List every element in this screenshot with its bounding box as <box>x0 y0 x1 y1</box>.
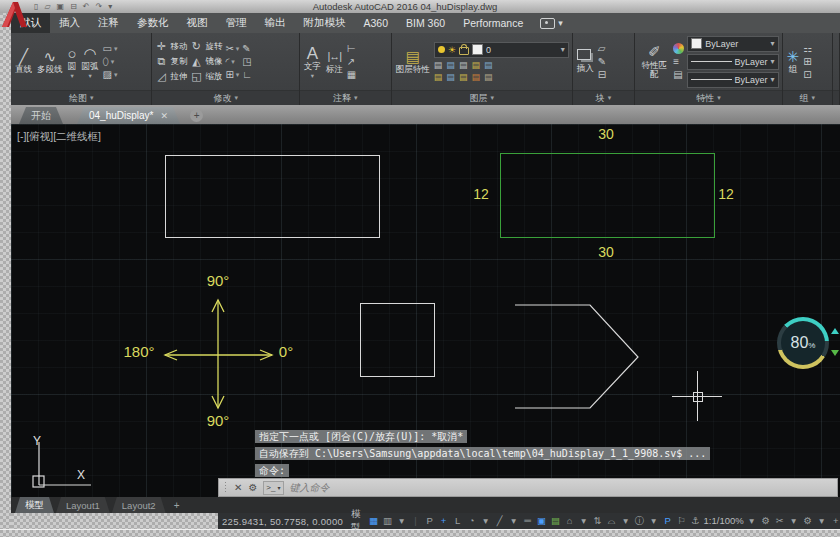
layout-tab[interactable]: 模型 <box>15 497 54 513</box>
status-icon-workspace[interactable]: ⚙ <box>759 514 773 528</box>
close-tab-icon[interactable]: ✕ <box>161 111 169 121</box>
panel-label-modify[interactable]: 修改▾ <box>152 90 298 105</box>
status-icon-cleanscreen[interactable]: ✂ <box>773 514 787 528</box>
command-input[interactable]: 键入命令 <box>290 481 330 495</box>
group-small-button-group-select[interactable]: ⊡ <box>803 69 812 80</box>
qat-icon-open[interactable]: ▱ <box>44 2 50 12</box>
qat-icon-save[interactable]: ▣ <box>57 2 65 12</box>
status-icon-selection-cycling[interactable]: ▤ <box>549 514 563 528</box>
panel-label-group[interactable]: 组▾ <box>783 90 832 105</box>
modify-button-copy[interactable]: ⧉复制 <box>155 55 187 68</box>
ribbon-tab[interactable]: A360 <box>355 13 398 33</box>
status-icon-ortho-mode[interactable]: L <box>451 514 465 528</box>
status-icon-annotation-monitor[interactable]: ⚐ <box>675 514 689 528</box>
ribbon-tab[interactable]: 插入 <box>50 13 89 33</box>
ribbon-tab[interactable]: 输出 <box>256 13 295 33</box>
layer-dropdown[interactable]: ☀ 0 ▾ <box>434 42 569 58</box>
object-color-dropdown[interactable]: ByLayer ▾ <box>687 36 778 52</box>
file-tab-document[interactable]: 04_huDisplay* ✕ <box>77 107 180 124</box>
viewport-controls[interactable]: [-][俯视][二维线框] <box>17 130 101 144</box>
modify-small-button-fillet[interactable]: ◜▾ <box>225 56 239 67</box>
status-icon-isometric-drafting[interactable]: ╱ <box>493 514 507 528</box>
drawing-canvas[interactable]: [-][俯视][二维线框] 30 12 12 30 90° 90° 180° 0… <box>11 124 840 497</box>
status-icon-info-dropdown[interactable]: ▾ <box>647 514 661 528</box>
match-properties-button[interactable]: ✐ 特性匹配 <box>638 44 670 80</box>
text-button[interactable]: A 文字 ▾ <box>303 45 322 77</box>
ribbon-tab[interactable]: 附加模块 <box>295 13 355 33</box>
status-icon-3d-osnap[interactable]: ⌂ <box>563 514 577 528</box>
qat-icon-new[interactable]: ▯ <box>34 2 38 12</box>
layer-tool-unisolate[interactable]: ▤ <box>446 73 455 82</box>
layer-tool-make-current[interactable]: ▤ <box>484 61 493 70</box>
badge-up-arrow-icon[interactable] <box>831 328 839 334</box>
status-icon-units[interactable]: ⚓ <box>689 514 703 528</box>
autocad-logo-icon[interactable] <box>1 0 28 29</box>
panel-label-annotate[interactable]: 注释▾ <box>300 90 391 105</box>
status-icon-quick-properties[interactable]: P <box>661 514 675 528</box>
modify-extra-button-offset[interactable]: ∟ <box>242 69 252 80</box>
badge-down-arrow-icon[interactable] <box>831 350 839 356</box>
status-icon-iso-dropdown[interactable]: ▾ <box>507 514 521 528</box>
modify-button-stretch[interactable]: ◿拉伸 <box>155 70 187 83</box>
layer-tool-freeze[interactable]: ▤ <box>459 61 468 70</box>
status-icon-osnap-dropdown[interactable]: ▾ <box>577 514 591 528</box>
customize-command-icon[interactable]: ⚙ <box>248 483 257 493</box>
status-icon-dynamic-input[interactable]: + <box>437 514 451 528</box>
ribbon-tab[interactable]: 管理 <box>217 13 256 33</box>
panel-label-block[interactable]: 块▾ <box>573 90 634 105</box>
panel-label-layers[interactable]: 图层▾ <box>392 90 572 105</box>
layout-tab[interactable]: Layout1 <box>56 497 110 513</box>
panel-label-draw[interactable]: 绘图▾ <box>11 90 151 105</box>
close-command-icon[interactable]: ✕ <box>234 483 242 493</box>
status-icon-customization-dropdown[interactable]: ▾ <box>815 514 829 528</box>
draw-small-button-hatch[interactable]: ▨▾ <box>103 69 118 80</box>
linetype-dropdown[interactable]: ByLayer ▾ <box>687 72 778 88</box>
lineweight-icon[interactable]: ≡ <box>673 56 684 67</box>
group-small-button-ungroup[interactable]: ⚏ <box>803 43 812 54</box>
status-icon-isolate-objects[interactable]: + <box>829 514 840 528</box>
annotate-small-button-dim-style[interactable]: ⊢ <box>347 43 356 54</box>
status-icon-lineweight-display[interactable]: ═ <box>521 514 535 528</box>
status-icon-info[interactable]: ⓘ <box>633 514 647 528</box>
qat-icon-undo[interactable]: ↶ <box>83 2 90 12</box>
modify-button-rotate[interactable]: ↻旋转 <box>190 40 222 53</box>
qat-icon-qat-dropdown[interactable]: ▾ <box>108 2 112 12</box>
ribbon-tab[interactable]: BIM 360 <box>397 13 454 33</box>
capture-button[interactable]: ▾ <box>540 13 563 33</box>
status-icon-snap-dropdown[interactable]: ▾ <box>395 514 409 528</box>
annotate-small-button-table[interactable]: ▦ <box>347 69 356 80</box>
layer-tool-thaw[interactable]: ▤ <box>459 73 468 82</box>
group-small-button-group-edit[interactable]: ⊞ <box>803 56 812 67</box>
qat-icon-redo[interactable]: ↷ <box>96 2 103 12</box>
status-icon-divider[interactable]: | <box>409 514 423 528</box>
status-icon-object-snap[interactable]: ▣ <box>535 514 549 528</box>
command-line-dock[interactable]: ✕ ⚙ >_ ▾ 键入命令 <box>218 478 838 497</box>
status-icon-dynamic-ucs[interactable]: ⇅ <box>591 514 605 528</box>
layer-properties-button[interactable]: ▤ 图层特性 <box>395 48 431 74</box>
status-icon-annotation-visibility[interactable]: ⌓ <box>605 514 619 528</box>
status-icon-autoscale-dropdown[interactable]: ▾ <box>619 514 633 528</box>
ribbon-tab[interactable]: Performance <box>454 13 532 33</box>
lineweight-dropdown[interactable]: ByLayer ▾ <box>687 54 778 70</box>
layer-tool-on[interactable]: ▤ <box>434 73 443 82</box>
modify-small-button-trim[interactable]: ✂▾ <box>225 43 239 54</box>
draw-small-button-ellipse[interactable]: ⬯▾ <box>103 56 118 67</box>
hatch-sample-icon[interactable]: ▤ <box>673 69 684 80</box>
circle-button[interactable]: ○ 圆 ▾ <box>67 45 78 77</box>
status-icon-infer-constraints[interactable]: P <box>423 514 437 528</box>
block-small-button-edit-block[interactable]: ✎ <box>598 56 606 67</box>
command-prompt-icon[interactable]: >_ ▾ <box>263 481 283 495</box>
line-button[interactable]: ╱ 直线 <box>14 48 33 74</box>
status-icon-annotation-scale[interactable]: 1:1/100% <box>703 514 745 528</box>
file-tab-start[interactable]: 开始 <box>19 107 63 124</box>
group-button[interactable]: ✳ 组 <box>786 48 801 74</box>
modify-button-move[interactable]: ✛移动 <box>155 40 187 53</box>
block-small-button-create-block[interactable]: ▱ <box>598 43 606 54</box>
layer-tool-match[interactable]: ▤ <box>484 73 493 82</box>
status-icon-scale-dropdown[interactable]: ▾ <box>745 514 759 528</box>
ribbon-tab[interactable]: 参数化 <box>128 13 178 33</box>
annotate-small-button-leader[interactable]: ↗ <box>347 56 356 67</box>
new-tab-button[interactable]: + <box>190 109 203 122</box>
modify-small-button-array[interactable]: ⊞▾ <box>225 69 239 80</box>
dimension-button[interactable]: |↔| 标注 <box>325 48 344 74</box>
